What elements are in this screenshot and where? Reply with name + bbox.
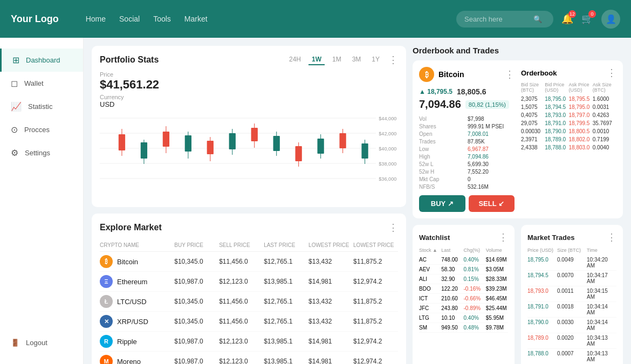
sidebar-item-settings[interactable]: ⚙ Settings (0, 141, 83, 164)
nav-tools[interactable]: Tools (153, 15, 171, 23)
market-trade-row: 18,794.5 0.0070 10:34:17 AM (527, 271, 616, 286)
sidebar-item-process[interactable]: ⊙ Procces (0, 118, 83, 141)
nav-home[interactable]: Home (86, 15, 106, 23)
ob-volume-change: 7,094.86 (419, 98, 461, 111)
portfolio-top: Price $41,561.22 Currency USD (100, 71, 398, 108)
market-trades-col-headers: Price (USD) Size (BTC) Time (527, 248, 616, 253)
table-row[interactable]: Ł LTC/USD $10,345.0 $11,456.0 $12,765.1 … (100, 292, 398, 312)
svg-rect-22 (296, 146, 302, 161)
ob-right-more[interactable]: ⋮ (607, 67, 616, 79)
orderbook-section: Orderbook and Trades ₿ Bitcoin ⋮ ▲ 18,79 (413, 46, 623, 218)
watchlist-row[interactable]: ALI 32.90 0.15% $28.33M (419, 274, 508, 284)
price-label: Price (100, 71, 159, 78)
x-label-nov14: NOV 14 (193, 198, 212, 199)
sidebar-logout[interactable]: 🚪 Logout (0, 332, 83, 353)
search-bar[interactable]: 🔍 (456, 11, 553, 28)
nav-links: Home Social Tools Market (86, 15, 208, 23)
orderbook-section-title: Orderbook and Trades (413, 46, 623, 55)
table-row[interactable]: R Ripple $10,987.0 $12,123.0 $13,985.1 $… (100, 332, 398, 352)
svg-text:$42,000: $42,000 (379, 131, 396, 136)
portfolio-header: Portfolio Stats 24H 1W 1M 3M 1Y ⋮ (100, 54, 398, 66)
market-trades-header: Market Trades ⋮ (527, 231, 616, 243)
watchlist-header: Watchlist ⋮ (419, 231, 508, 243)
watchlist-rows: AC 748.00 0.40% $14.69M AEV 58.30 0.81% … (419, 255, 508, 333)
sidebar-label-statistic: Statistic (28, 102, 53, 111)
col-sell-price: SELL PRICE (219, 242, 264, 248)
price-value: $41,561.22 (100, 78, 159, 92)
ob-coin-header: ₿ Bitcoin ⋮ (419, 67, 515, 82)
notification-bell[interactable]: 🔔12 (561, 13, 573, 25)
ob-main-price: 18,805.6 (457, 87, 486, 96)
watchlist-row[interactable]: ICT 210.60 -0.66% $46.45M (419, 294, 508, 304)
sidebar-label-process: Procces (24, 126, 50, 134)
dashboard-icon: ⊞ (12, 55, 19, 65)
nav-market[interactable]: Market (184, 15, 208, 23)
sidebar-item-statistic[interactable]: 📈 Statistic (0, 95, 83, 118)
top-navigation: Your Logo Home Social Tools Market 🔍 🔔12… (0, 0, 631, 38)
time-filters: 24H 1W 1M 3M 1Y (286, 54, 383, 65)
search-icon: 🔍 (533, 15, 542, 23)
orderbook-left: ₿ Bitcoin ⋮ ▲ 18,795.5 18,805.6 7,094.86 (419, 67, 515, 212)
currency-label: Currency (100, 94, 159, 100)
market-trades-rows: 18,795.0 0.0049 10:34:20 AM 18,794.5 0.0… (527, 255, 616, 364)
ob-row: 0,4075 18,793.0 18,797.0 0.4263 (521, 111, 616, 119)
sidebar-item-dashboard[interactable]: ⊞ Dashboard (0, 49, 83, 72)
time-3m[interactable]: 3M (349, 54, 365, 65)
x-label-nov15: NOV 15 (239, 198, 259, 199)
logo: Your Logo (11, 13, 59, 25)
right-panel: Orderbook and Trades ₿ Bitcoin ⋮ ▲ 18,79 (413, 46, 623, 364)
portfolio-chart: $44,000 $42,000 $40,000 $38,000 $36,000 … (100, 113, 398, 199)
col-last-price: LAST PRICE (264, 242, 308, 248)
col-crypto-name: CRYPTO NAME (100, 242, 174, 248)
watchlist-row[interactable]: LTG 10.10 0.40% $5.95M (419, 313, 508, 323)
nav-social[interactable]: Social (119, 15, 140, 23)
ob-stats-grid: Vol$7,998 Shares999.91 M PSEI Open7,008.… (419, 116, 515, 190)
explore-table-body: ₿ Bitcoin $10,345.0 $11,456.0 $12,765.1 … (100, 252, 398, 364)
watchlist-row[interactable]: SM 949.50 0.48% $9.78M (419, 323, 508, 333)
main-layout: ⊞ Dashboard ◻ Wallet 📈 Statistic ⊙ Procc… (0, 38, 631, 364)
table-row[interactable]: Ξ Ethereum $10,987.0 $12,123.0 $13,985.1… (100, 272, 398, 292)
table-row[interactable]: ₿ Bitcoin $10,345.0 $11,456.0 $12,765.1 … (100, 252, 398, 272)
sell-button[interactable]: SELL ↙ (469, 195, 515, 212)
x-label-nov18: NOV 18 (379, 198, 398, 199)
logout-icon: 🚪 (11, 339, 19, 347)
time-1w[interactable]: 1W (308, 54, 325, 65)
shopping-cart[interactable]: 🛒0 (581, 13, 593, 25)
ob-more-button[interactable]: ⋮ (505, 68, 515, 80)
svg-text:$36,000: $36,000 (379, 176, 396, 182)
ob-coin-name: Bitcoin (438, 70, 464, 79)
explore-market-card: Explore Market ⋮ CRYPTO NAME BUY PRICE S… (92, 214, 406, 364)
ob-coin: ₿ Bitcoin (419, 67, 464, 82)
table-row[interactable]: M Moreno $10,987.0 $12,123.0 $13,985.1 $… (100, 352, 398, 364)
sidebar-label-dashboard: Dashboard (26, 56, 60, 64)
svg-rect-8 (141, 142, 147, 159)
cart-badge: 0 (588, 10, 596, 18)
user-avatar[interactable]: 👤 (601, 10, 620, 29)
time-1y[interactable]: 1Y (368, 54, 383, 65)
time-24h[interactable]: 24H (286, 54, 304, 65)
buy-button[interactable]: BUY ↗ (419, 195, 465, 212)
watchlist-row[interactable]: AC 748.00 0.40% $14.69M (419, 255, 508, 265)
portfolio-more-button[interactable]: ⋮ (388, 54, 398, 66)
sidebar-item-wallet[interactable]: ◻ Wallet (0, 72, 83, 95)
time-1m[interactable]: 1M (329, 54, 345, 65)
svg-rect-10 (163, 132, 169, 147)
process-icon: ⊙ (11, 125, 18, 135)
svg-rect-12 (185, 135, 191, 152)
explore-more-button[interactable]: ⋮ (388, 222, 398, 233)
ob-row: 0.00030 18,790.0 18,800.5 0.0010 (521, 127, 616, 135)
ob-row: 2,3075 18,795.0 18,795.5 1.6000 (521, 95, 616, 103)
search-input[interactable] (464, 15, 529, 23)
table-row[interactable]: ✕ XRP/USD $10,345.0 $11,456.0 $12,765.1 … (100, 312, 398, 332)
x-label-nov12: NOV 12 (100, 198, 119, 199)
watchlist-row[interactable]: JFC 243.80 -0.89% $25.44M (419, 304, 508, 313)
settings-icon: ⚙ (11, 148, 18, 158)
market-trades-more[interactable]: ⋮ (607, 231, 616, 243)
svg-text:$38,000: $38,000 (379, 161, 396, 167)
watchlist-row[interactable]: BDO 122.20 -0.16% $39.23M (419, 284, 508, 294)
market-trade-row: 18,788.0 0.0007 10:34:13 AM (527, 349, 616, 364)
ob-table-rows: 2,3075 18,795.0 18,795.5 1.6000 1,5075 1… (521, 95, 616, 152)
watchlist-row[interactable]: AEV 58.30 0.81% $3.05M (419, 265, 508, 274)
watchlist-more[interactable]: ⋮ (498, 231, 508, 243)
btc-icon: ₿ (419, 67, 434, 82)
